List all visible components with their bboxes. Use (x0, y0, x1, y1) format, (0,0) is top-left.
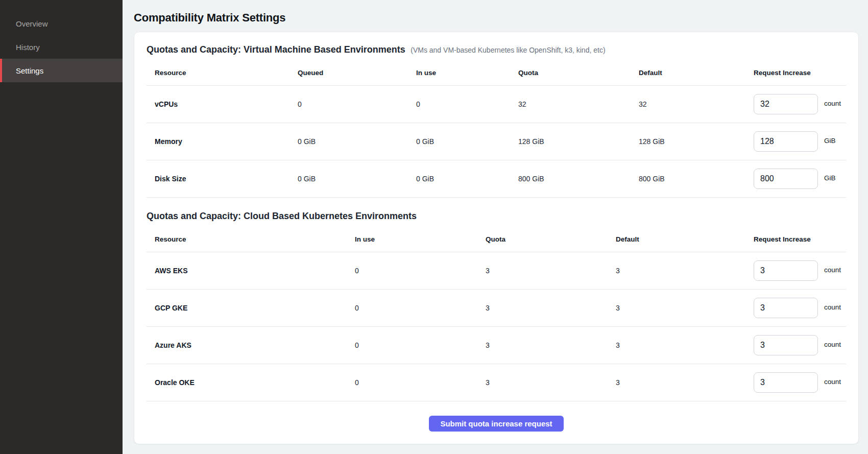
column-header: Quota (477, 235, 608, 243)
default-value: 3 (608, 267, 745, 275)
quota-value: 800 GiB (510, 175, 631, 183)
vm-section-title: Quotas and Capacity: Virtual Machine Bas… (147, 44, 405, 55)
column-header: Request Increase (745, 235, 846, 243)
default-value: 32 (631, 100, 745, 108)
request-increase-cell: count (745, 298, 846, 318)
resource-name: Oracle OKE (147, 378, 347, 387)
unit-label: count (824, 341, 841, 348)
table-row: AWS EKS033count (147, 252, 846, 290)
quota-request-input[interactable] (754, 260, 818, 281)
column-header: Queued (290, 69, 408, 77)
sidebar-item-history[interactable]: History (0, 35, 123, 59)
quota-request-input[interactable] (754, 131, 818, 152)
default-value: 3 (608, 341, 745, 349)
k8s-table-header-row: ResourceIn useQuotaDefaultRequest Increa… (147, 227, 846, 252)
column-header: Default (631, 69, 745, 77)
k8s-section-heading: Quotas and Capacity: Cloud Based Kuberne… (147, 211, 846, 222)
vm-section-heading: Quotas and Capacity: Virtual Machine Bas… (147, 44, 846, 55)
queued-value: 0 GiB (290, 175, 408, 183)
in-use-value: 0 GiB (408, 175, 510, 183)
sidebar-item-overview[interactable]: Overview (0, 12, 123, 35)
in-use-value: 0 (347, 267, 477, 275)
table-row: GCP GKE033count (147, 290, 846, 327)
table-row: Azure AKS033count (147, 327, 846, 364)
quota-request-input[interactable] (754, 298, 818, 318)
request-increase-cell: count (745, 94, 846, 114)
quota-value: 32 (510, 100, 631, 108)
column-header: Quota (510, 69, 631, 77)
resource-name: Memory (147, 137, 290, 146)
in-use-value: 0 GiB (408, 137, 510, 146)
table-row: Oracle OKE033count (147, 364, 846, 401)
resource-name: GCP GKE (147, 304, 347, 312)
default-value: 3 (608, 304, 745, 312)
quota-request-input[interactable] (754, 335, 818, 355)
quota-request-input[interactable] (754, 169, 818, 189)
k8s-section-title: Quotas and Capacity: Cloud Based Kuberne… (147, 211, 417, 221)
resource-name: Disk Size (147, 175, 290, 183)
main-content: Compatibility Matrix Settings Quotas and… (123, 0, 868, 454)
request-increase-cell: count (745, 335, 846, 355)
quota-value: 3 (477, 304, 608, 312)
default-value: 128 GiB (631, 137, 745, 146)
column-header: Default (608, 235, 745, 243)
unit-label: count (824, 378, 841, 386)
request-increase-cell: count (745, 372, 846, 393)
vm-quota-table: ResourceQueuedIn useQuotaDefaultRequest … (147, 60, 846, 198)
sidebar-nav: OverviewHistorySettings (0, 12, 123, 82)
column-header: Request Increase (745, 69, 846, 77)
vm-quota-section: Quotas and Capacity: Virtual Machine Bas… (147, 44, 846, 198)
quota-value: 3 (477, 341, 608, 349)
column-header: In use (408, 69, 510, 77)
request-increase-cell: GiB (745, 169, 846, 189)
in-use-value: 0 (347, 341, 477, 349)
table-row: Disk Size0 GiB0 GiB800 GiB800 GiBGiB (147, 160, 846, 198)
column-header: Resource (147, 69, 290, 77)
k8s-table-body: AWS EKS033countGCP GKE033countAzure AKS0… (147, 252, 846, 401)
default-value: 800 GiB (631, 175, 745, 183)
unit-label: count (824, 100, 841, 107)
quota-settings-card: Quotas and Capacity: Virtual Machine Bas… (134, 32, 859, 444)
k8s-quota-table: ResourceIn useQuotaDefaultRequest Increa… (147, 227, 846, 401)
quota-value: 3 (477, 378, 608, 387)
in-use-value: 0 (347, 304, 477, 312)
resource-name: vCPUs (147, 100, 290, 108)
resource-name: AWS EKS (147, 267, 347, 275)
column-header: In use (347, 235, 477, 243)
page-title: Compatibility Matrix Settings (134, 11, 859, 25)
request-increase-cell: GiB (745, 131, 846, 152)
request-increase-cell: count (745, 260, 846, 281)
in-use-value: 0 (347, 378, 477, 387)
unit-label: GiB (824, 137, 836, 145)
sidebar: OverviewHistorySettings (0, 0, 123, 454)
unit-label: count (824, 303, 841, 311)
quota-value: 3 (477, 267, 608, 275)
quota-value: 128 GiB (510, 137, 631, 146)
queued-value: 0 (290, 100, 408, 108)
quota-request-input[interactable] (754, 372, 818, 393)
k8s-quota-section: Quotas and Capacity: Cloud Based Kuberne… (147, 211, 846, 401)
default-value: 3 (608, 378, 745, 387)
vm-table-header-row: ResourceQueuedIn useQuotaDefaultRequest … (147, 60, 846, 86)
sidebar-item-settings[interactable]: Settings (0, 59, 123, 82)
submit-quota-request-button[interactable]: Submit quota increase request (429, 416, 563, 432)
in-use-value: 0 (408, 100, 510, 108)
vm-table-body: vCPUs003232countMemory0 GiB0 GiB128 GiB1… (147, 86, 846, 198)
unit-label: GiB (824, 174, 836, 182)
quota-request-input[interactable] (754, 94, 818, 114)
submit-button-row: Submit quota increase request (147, 416, 846, 432)
unit-label: count (824, 266, 841, 274)
column-header: Resource (147, 235, 347, 243)
queued-value: 0 GiB (290, 137, 408, 146)
resource-name: Azure AKS (147, 341, 347, 349)
table-row: vCPUs003232count (147, 86, 846, 123)
vm-section-subtitle: (VMs and VM-based Kubernetes like OpenSh… (411, 46, 605, 54)
table-row: Memory0 GiB0 GiB128 GiB128 GiBGiB (147, 123, 846, 160)
